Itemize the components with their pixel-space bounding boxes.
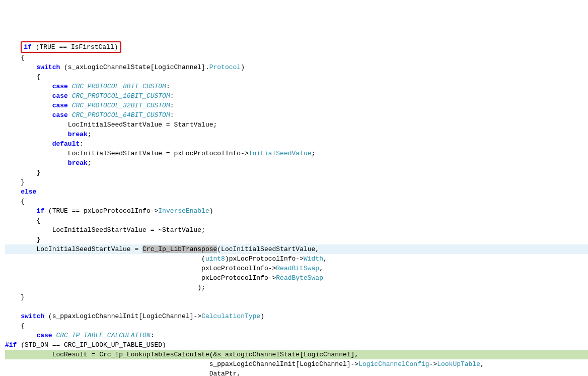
const-tc: CRC_IP_TABLE_CALCULATION <box>56 332 150 339</box>
var-sax: s_axLogicChannelState <box>68 64 151 71</box>
mem-width: Width <box>304 255 323 263</box>
mem-ct: CalculationType <box>201 312 260 320</box>
line-arg-width: (uint8)pxLocProtocolInfo->Width, <box>5 254 588 264</box>
line-switch1: switch (s_axLogicChannelState[LogicChann… <box>5 62 588 72</box>
var-pxproto: pxLocProtocolInfo <box>229 255 296 263</box>
kw-case: case <box>52 102 68 109</box>
const-lutused: CRC_IP_LOOK_UP_TABLE_USED <box>64 341 162 349</box>
line-arg-rbs: pxLocProtocolInfo->ReadBitSwap, <box>5 264 588 273</box>
line-assign1: LocInitialSeedStartValue = StartValue; <box>5 120 588 130</box>
kw-break: break <box>68 159 88 167</box>
var-locseed: LocInitialSeedStartValue <box>52 226 146 234</box>
mem-ie: InverseEnable <box>158 207 209 215</box>
line-else: else <box>5 187 588 197</box>
brace: { <box>5 321 588 331</box>
var-sppax: s_ppaxLogicChannelInit <box>52 312 139 320</box>
brace: { <box>5 72 588 82</box>
var-locseed: LocInitialSeedStartValue <box>221 245 315 253</box>
kw-case: case <box>52 83 68 90</box>
line-default: default: <box>5 139 588 149</box>
kw-switch: switch <box>36 64 60 71</box>
kw-default: default <box>52 140 80 148</box>
var-pxproto: pxLocProtocolInfo <box>84 207 151 215</box>
var-isfirstcall: IsFirstCall <box>71 43 114 51</box>
var-locresult: LocResult <box>52 351 88 358</box>
const-p32: CRC_PROTOCOL_32BIT_CUSTOM <box>72 102 170 109</box>
line-arg-rys: pxLocProtocolInfo->ReadByteSwap <box>5 273 588 283</box>
var-pxproto: pxLocProtocolInfo <box>174 150 241 157</box>
line-case-table: case CRC_IP_TABLE_CALCULATION: <box>5 331 588 340</box>
var-lc: LogicChannel <box>142 312 190 320</box>
kw-else: else <box>21 188 36 196</box>
close-paren: ); <box>5 283 588 292</box>
const-p64: CRC_PROTOCOL_64BIT_CUSTOM <box>72 111 170 119</box>
mem-protocol: Protocol <box>209 64 241 71</box>
var-sppax: s_ppaxLogicChannelInit <box>209 360 296 368</box>
var-pxproto: pxLocProtocolInfo <box>201 265 268 272</box>
line-case64: case CRC_PROTOCOL_64BIT_CUSTOM: <box>5 110 588 120</box>
line-transpose: LocInitialSeedStartValue = Crc_Ip_LibTra… <box>5 244 588 254</box>
line-if-inverse: if (TRUE == pxLocProtocolInfo->InverseEn… <box>5 206 588 216</box>
const-true: TRUE <box>52 207 68 215</box>
line-arg-dataptr: DataPtr, <box>5 369 588 376</box>
line-notstart: LocInitialSeedStartValue = ~StartValue; <box>5 225 588 235</box>
var-lc: LogicChannel <box>300 360 347 368</box>
var-startval: StartValue <box>174 121 213 129</box>
brace: } <box>5 168 588 177</box>
brace: { <box>5 216 588 225</box>
var-sax: s_axLogicChannelState <box>217 351 300 358</box>
fn-transpose: Crc_Ip_LibTranspose <box>142 245 217 253</box>
var-dataptr: DataPtr <box>209 370 237 376</box>
var-notstart: ~StartValue <box>158 226 201 234</box>
line-case16: case CRC_PROTOCOL_16BIT_CUSTOM: <box>5 91 588 101</box>
line-case32: case CRC_PROTOCOL_32BIT_CUSTOM: <box>5 101 588 110</box>
line-case8: case CRC_PROTOCOL_8BIT_CUSTOM: <box>5 82 588 91</box>
brace: { <box>5 53 588 62</box>
kw-case: case <box>52 92 68 100</box>
mem-lcc: LogicChannelConfig <box>358 360 429 368</box>
var-lc: LogicChannel <box>304 351 351 358</box>
line-switch2: switch (s_ppaxLogicChannelInit[LogicChan… <box>5 311 588 321</box>
mem-rys: ReadByteSwap <box>276 274 323 282</box>
kw-if: if <box>24 43 32 51</box>
fn-lookup: Crc_Ip_LookupTablesCalculate <box>99 351 209 358</box>
kw-switch: switch <box>21 312 44 320</box>
blank <box>5 302 588 311</box>
mem-lut: LookUpTable <box>437 360 480 368</box>
kw-break: break <box>68 131 88 138</box>
mem-isv: InitialSeedValue <box>249 150 312 157</box>
const-p16: CRC_PROTOCOL_16BIT_CUSTOM <box>72 92 170 100</box>
code-block: if (TRUE == IsFirstCall) { switch (s_axL… <box>5 41 588 376</box>
const-true: TRUE <box>39 43 55 51</box>
line-arg-lut: s_ppaxLogicChannelInit[LogicChannel]->Lo… <box>5 359 588 369</box>
var-pxproto: pxLocProtocolInfo <box>201 274 268 282</box>
kw-case: case <box>36 332 52 339</box>
line-break2: break; <box>5 158 588 168</box>
line-lookup-call: LocResult = Crc_Ip_LookupTablesCalculate… <box>5 350 588 359</box>
kw-case: case <box>52 111 68 119</box>
brace: } <box>5 235 588 244</box>
type-uint8: uint8 <box>205 255 225 263</box>
const-p8: CRC_PROTOCOL_8BIT_CUSTOM <box>72 83 166 90</box>
brace: } <box>5 177 588 187</box>
var-locseed: LocInitialSeedStartValue <box>68 150 162 157</box>
kw-if: if <box>36 207 44 215</box>
mem-rbs: ReadBitSwap <box>276 265 319 272</box>
var-lc: LogicChannel <box>154 64 201 71</box>
line-hashif: #if (STD_ON == CRC_IP_LOOK_UP_TABLE_USED… <box>5 340 588 350</box>
var-locseed: LocInitialSeedStartValue <box>68 121 162 129</box>
line-assign2: LocInitialSeedStartValue = pxLocProtocol… <box>5 149 588 158</box>
const-stdon: STD_ON <box>25 341 48 349</box>
pp-if: #if <box>5 341 17 349</box>
line-break1: break; <box>5 130 588 139</box>
brace: } <box>5 292 588 302</box>
var-locseed: LocInitialSeedStartValue <box>36 245 130 253</box>
line-if-firstcall: if (TRUE == IsFirstCall) <box>5 41 588 53</box>
brace: { <box>5 197 588 206</box>
